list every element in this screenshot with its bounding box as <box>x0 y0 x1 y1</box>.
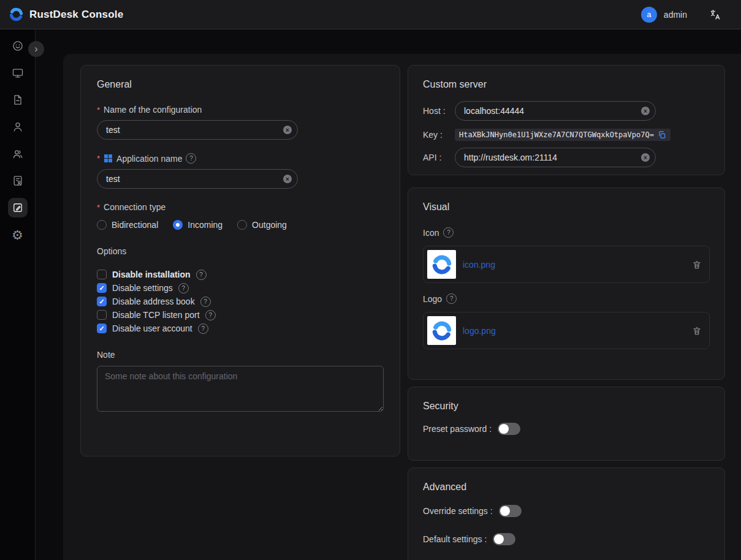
general-card-title: General <box>97 79 384 90</box>
app-name-label: * Application name ? <box>97 153 384 164</box>
trash-icon[interactable] <box>692 326 702 336</box>
options-list: ✓ Disable installation ? ✓ Disable setti… <box>97 268 384 335</box>
security-card: Security Preset password : <box>408 387 725 461</box>
monitor-icon <box>12 67 24 79</box>
user-icon <box>12 121 24 133</box>
icon-label: Icon ? <box>423 227 710 238</box>
rustdesk-logo-icon <box>431 320 453 342</box>
sidebar-item-dashboard[interactable] <box>8 36 28 56</box>
help-icon[interactable]: ? <box>186 153 196 164</box>
preset-password-toggle[interactable] <box>498 423 520 435</box>
app-title: RustDesk Console <box>29 9 123 21</box>
checkbox[interactable]: ✓ <box>97 297 107 306</box>
visual-title: Visual <box>423 202 710 213</box>
key-label: Key : <box>423 130 455 140</box>
help-icon[interactable]: ? <box>178 283 189 293</box>
security-title: Security <box>423 401 710 412</box>
sidebar-item-devices[interactable] <box>8 63 28 83</box>
smiley-icon <box>12 40 24 52</box>
trash-icon[interactable] <box>692 260 702 270</box>
override-settings-label: Override settings : <box>423 506 493 516</box>
logo-file-row: logo.png <box>423 312 710 349</box>
clear-icon[interactable]: × <box>641 107 650 115</box>
radio-incoming[interactable]: Incoming <box>173 220 222 230</box>
users-icon <box>12 148 24 160</box>
username[interactable]: admin <box>664 10 687 20</box>
app-name-field: × <box>97 169 298 189</box>
connection-type-group: Bidirectional Incoming Outgoing <box>97 220 384 230</box>
advanced-card: Advanced Override settings : Default set… <box>408 467 725 560</box>
host-input[interactable] <box>455 101 656 121</box>
radio-circle <box>173 220 183 230</box>
app-name-input[interactable] <box>97 169 298 189</box>
note-textarea[interactable] <box>97 366 384 412</box>
connection-type-label: * Connection type <box>97 202 384 212</box>
help-icon[interactable]: ? <box>443 227 454 238</box>
default-settings-toggle[interactable] <box>493 533 515 545</box>
radio-circle <box>97 220 107 230</box>
required-marker: * <box>97 203 100 212</box>
checkbox[interactable]: ✓ <box>97 283 107 293</box>
sidebar-item-documents[interactable] <box>8 90 28 110</box>
default-settings-label: Default settings : <box>423 534 487 544</box>
option-disable-address-book[interactable]: ✓ Disable address book ? <box>97 295 384 308</box>
help-icon[interactable]: ? <box>196 270 207 280</box>
api-input[interactable] <box>455 148 656 167</box>
topbar: RustDesk Console a admin <box>0 0 741 29</box>
icon-thumbnail <box>427 250 456 279</box>
override-settings-toggle[interactable] <box>499 505 522 517</box>
chevron-right-icon: › <box>34 44 37 54</box>
api-row: API : × <box>423 148 710 167</box>
sidebar-expand-button[interactable]: › <box>28 41 44 57</box>
checkbox[interactable]: ✓ <box>97 270 107 279</box>
key-row: Key : HtaXBkJNHyn0e1U1jWXze7A7CN7QTGWqxk… <box>423 129 710 141</box>
audit-log-icon <box>12 175 24 187</box>
key-chip: HtaXBkJNHyn0e1U1jWXze7A7CN7QTGWqxkOtpaVp… <box>455 129 671 141</box>
option-disable-tcp-listen-port[interactable]: ✓ Disable TCP listen port ? <box>97 308 384 322</box>
help-icon[interactable]: ? <box>446 293 457 304</box>
rustdesk-logo-icon <box>431 254 453 276</box>
avatar[interactable]: a <box>641 7 657 23</box>
checkbox[interactable]: ✓ <box>97 324 107 333</box>
option-disable-settings[interactable]: ✓ Disable settings ? <box>97 281 384 295</box>
gear-icon: ⚙ <box>12 229 23 241</box>
edit-icon <box>12 202 24 214</box>
host-label: Host : <box>423 106 455 116</box>
logo-file-link[interactable]: logo.png <box>463 326 496 336</box>
config-name-label: * Name of the configuration <box>97 105 384 115</box>
radio-bidirectional[interactable]: Bidirectional <box>97 220 158 230</box>
translate-icon[interactable] <box>709 9 721 21</box>
help-icon[interactable]: ? <box>200 297 211 307</box>
clear-icon[interactable]: × <box>283 175 292 183</box>
custom-server-card: Custom server Host : × Key : HtaXBkJNHyn… <box>408 65 725 175</box>
copy-icon[interactable] <box>658 131 666 139</box>
sidebar-item-settings[interactable]: ⚙ <box>8 225 28 244</box>
sidebar: ⚙ <box>0 29 36 560</box>
rustdesk-logo-icon <box>9 7 24 22</box>
option-disable-installation[interactable]: ✓ Disable installation ? <box>97 268 384 281</box>
clear-icon[interactable]: × <box>283 126 292 134</box>
radio-outgoing[interactable]: Outgoing <box>237 220 287 230</box>
clear-icon[interactable]: × <box>641 153 650 162</box>
radio-circle <box>237 220 247 230</box>
visual-card: Visual Icon ? icon.png Logo ? logo.png <box>408 187 725 380</box>
help-icon[interactable]: ? <box>198 324 208 334</box>
api-field: × <box>455 148 656 167</box>
help-icon[interactable]: ? <box>205 310 216 320</box>
general-card: General * Name of the configuration × * … <box>80 65 400 456</box>
note-label: Note <box>97 350 384 360</box>
required-marker: * <box>97 105 100 115</box>
icon-file-link[interactable]: icon.png <box>463 260 495 270</box>
icon-file-row: icon.png <box>423 246 710 283</box>
windows-icon <box>104 154 112 162</box>
host-field: × <box>455 101 656 121</box>
option-disable-user-account[interactable]: ✓ Disable user account ? <box>97 322 384 335</box>
config-name-field: × <box>97 120 298 140</box>
sidebar-item-users[interactable] <box>8 117 28 137</box>
sidebar-item-groups[interactable] <box>8 144 28 164</box>
advanced-title: Advanced <box>423 482 710 493</box>
sidebar-item-custom-client[interactable] <box>8 198 28 218</box>
sidebar-item-audit[interactable] <box>8 171 28 191</box>
checkbox[interactable]: ✓ <box>97 310 107 320</box>
config-name-input[interactable] <box>97 120 298 140</box>
